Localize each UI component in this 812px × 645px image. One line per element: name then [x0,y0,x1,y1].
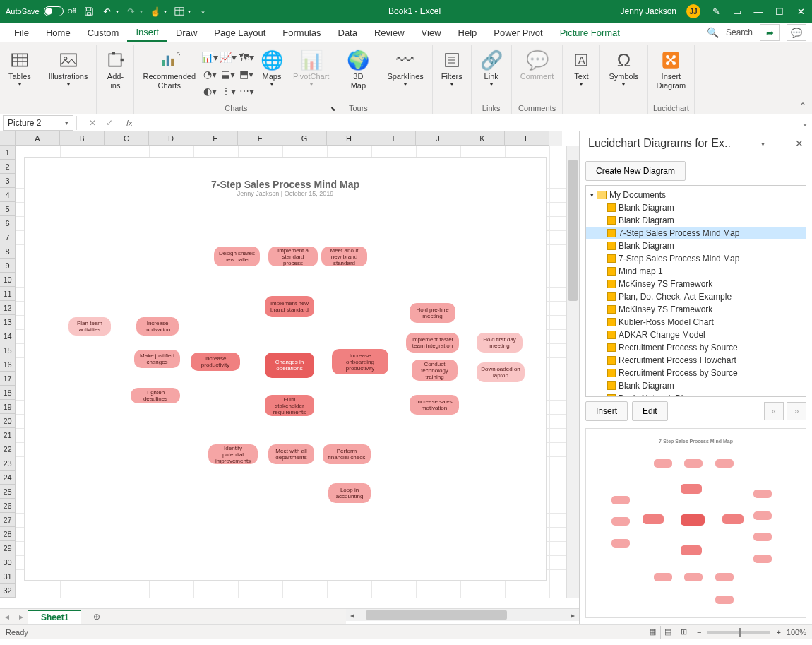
col-header[interactable]: D [149,131,193,146]
tree-item[interactable]: McKinsey 7S Framework [586,303,806,316]
tab-data[interactable]: Data [330,25,366,41]
tab-draw[interactable]: Draw [167,25,205,41]
zoom-slider[interactable] [707,631,770,634]
zoom-in-button[interactable]: + [776,628,780,637]
row-header[interactable]: 32 [0,584,16,598]
col-header[interactable]: I [371,131,416,146]
tab-pagelayout[interactable]: Page Layout [205,25,274,41]
charts-dialog-launcher[interactable]: ⬊ [330,105,336,112]
row-header[interactable]: 8 [0,244,16,259]
row-header[interactable]: 29 [0,541,16,555]
tab-formulas[interactable]: Formulas [274,25,329,41]
row-header[interactable]: 31 [0,569,16,584]
fx-icon[interactable]: fx [122,119,137,127]
zoom-out-button[interactable]: − [697,628,701,637]
row-header[interactable]: 6 [0,216,16,230]
enter-formula-icon[interactable]: ✓ [102,118,117,128]
row-header[interactable]: 19 [0,400,16,414]
select-all-corner[interactable] [0,131,16,146]
addins-button[interactable]: Add- ins [101,45,129,111]
chart-line-button[interactable]: 📈▾ [220,49,237,65]
row-header[interactable]: 24 [0,471,16,485]
ribbon-collapse-icon[interactable]: ⌃ [799,101,806,111]
tree-collapse-icon[interactable]: ▾ [590,191,594,199]
horizontal-scrollbar[interactable] [359,609,566,621]
chart-more-button[interactable]: ⋯▾ [238,83,255,99]
hscroll-left-icon[interactable]: ◂ [346,609,359,621]
tree-item[interactable]: Recruitment Process by Source [586,367,806,379]
autosave-toggle[interactable]: AutoSave Off [6,6,76,16]
col-header[interactable]: K [460,131,505,146]
col-header[interactable]: E [193,131,238,146]
row-header[interactable]: 4 [0,188,16,202]
row-header[interactable]: 15 [0,343,16,357]
taskpane-menu-icon[interactable]: ▾ [761,140,765,148]
embedded-diagram[interactable]: 7-Step Sales Process Mind Map Jenny Jack… [24,157,547,581]
tree-item[interactable]: ADKAR Change Model [586,329,806,341]
row-header[interactable]: 22 [0,442,16,456]
tab-file[interactable]: File [6,25,37,41]
row-header[interactable]: 11 [0,287,16,301]
row-header[interactable]: 13 [0,315,16,329]
map3d-button[interactable]: 🌍 3D Map [342,45,374,102]
row-header[interactable]: 1 [0,146,16,160]
insert-diagram-button[interactable]: Insert Diagram [652,45,691,102]
redo-icon[interactable]: ↷ [126,6,137,17]
tab-custom[interactable]: Custom [79,25,128,41]
create-diagram-button[interactable]: Create New Diagram [585,161,686,181]
row-header[interactable]: 17 [0,372,16,386]
name-box[interactable]: Picture 2 ▾ [3,115,73,131]
col-header[interactable]: F [238,131,282,146]
page-next-button[interactable]: » [787,402,806,420]
row-header[interactable]: 16 [0,357,16,372]
maximize-icon[interactable]: ☐ [774,6,785,17]
ribbon-display-icon[interactable]: ▭ [732,6,743,17]
chart-map-button[interactable]: 🗺▾ [238,49,255,65]
col-header[interactable]: B [60,131,105,146]
row-header[interactable]: 9 [0,259,16,273]
view-normal-button[interactable]: ▦ [645,626,660,639]
tree-item[interactable]: Mind map 1 [586,265,806,278]
tree-item[interactable]: 7-Step Sales Process Mind Map [586,227,806,239]
chart-scatter-button[interactable]: ⋮▾ [220,83,237,99]
table-icon[interactable] [174,6,185,17]
symbols-button[interactable]: Ω Symbols ▾ [604,45,643,111]
col-header[interactable]: C [105,131,149,146]
tab-home[interactable]: Home [37,25,79,41]
tree-item[interactable]: Blank Diagram [586,201,806,214]
touch-icon[interactable]: ☝ [150,6,161,17]
tree-item[interactable]: McKinsey 7S Framework [586,278,806,290]
view-pagebreak-button[interactable]: ⊞ [676,626,691,639]
tab-insert[interactable]: Insert [127,24,167,42]
row-header[interactable]: 28 [0,527,16,541]
edit-button[interactable]: Edit [632,401,668,421]
taskpane-close-icon[interactable]: ✕ [795,138,804,149]
hscroll-right-icon[interactable]: ▸ [566,609,579,621]
tree-item[interactable]: Blank Diagram [586,239,806,252]
col-header[interactable]: L [505,131,549,146]
tab-view[interactable]: View [413,25,450,41]
document-tree[interactable]: ▾ My Documents Blank DiagramBlank Diagra… [585,185,806,397]
row-header[interactable]: 3 [0,174,16,188]
chart-column-button[interactable]: 📊▾ [201,49,218,65]
tree-item[interactable]: Recruitment Process by Source [586,341,806,354]
row-header[interactable]: 26 [0,499,16,513]
zoom-level[interactable]: 100% [787,628,806,637]
row-header[interactable]: 20 [0,414,16,428]
comments-button[interactable]: 💬 [787,24,806,41]
name-box-dropdown-icon[interactable]: ▾ [65,119,68,126]
save-icon[interactable] [83,6,95,17]
row-header[interactable]: 2 [0,160,16,174]
col-header[interactable]: G [282,131,327,146]
search-label[interactable]: Search [726,28,753,37]
tree-item[interactable]: Plan, Do, Check, Act Example [586,290,806,303]
text-button[interactable]: A Text ▾ [567,45,595,111]
tree-item[interactable]: Recruitment Process Flowchart [586,354,806,367]
sheet-tab[interactable]: Sheet1 [28,610,81,624]
tab-pictureformat[interactable]: Picture Format [551,25,628,41]
row-header[interactable]: 10 [0,273,16,287]
filters-button[interactable]: Filters ▾ [437,45,467,111]
sparklines-button[interactable]: 〰 Sparklines ▾ [383,45,427,111]
vscroll-thumb[interactable] [568,160,578,301]
insert-button[interactable]: Insert [585,401,628,421]
